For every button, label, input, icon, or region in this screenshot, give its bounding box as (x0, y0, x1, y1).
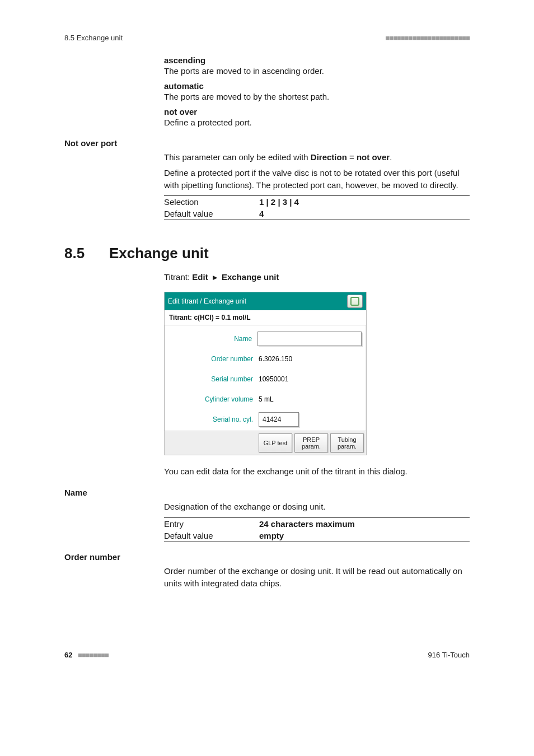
term-not-over: not over Define a protected port. (164, 107, 470, 128)
row-value: empty (259, 531, 284, 540)
running-header: 8.5 Exchange unit ■■■■■■■■■■■■■■■■■■■■■■ (64, 34, 470, 42)
header-section-ref: 8.5 Exchange unit (64, 34, 123, 42)
row-label: Default value (164, 531, 259, 540)
dialog-exchange-unit: Edit titrant / Exchange unit Titrant: c(… (164, 292, 367, 455)
section-number: 8.5 (64, 245, 109, 262)
page-number: 62 (64, 651, 72, 659)
table-row: Entry 24 characters maximum (164, 518, 470, 530)
chevron-right-icon: ▶ (213, 274, 217, 281)
prep-param-button[interactable]: PREP param. (294, 433, 328, 452)
field-value: 5 mL (259, 395, 274, 403)
dialog-title: Edit titrant / Exchange unit (168, 297, 246, 305)
term-label: ascending (164, 55, 470, 65)
home-icon (350, 297, 359, 306)
not-over-condition: This parameter can only be edited with D… (164, 151, 470, 164)
row-label: Default value (164, 209, 259, 218)
row-value: 4 (259, 209, 264, 218)
table-row: Default value 4 (164, 208, 470, 220)
glp-test-button[interactable]: GLP test (259, 433, 292, 452)
field-label: Serial no. cyl. (169, 416, 259, 423)
not-over-table: Selection 1 | 2 | 3 | 4 Default value 4 (164, 195, 470, 220)
param-not-over-port-heading: Not over port (64, 138, 470, 148)
term-desc: The ports are moved to by the shortest p… (164, 91, 470, 102)
field-label: Name (169, 335, 257, 343)
field-serial-no-cyl: Serial no. cyl. 41424 (169, 409, 362, 430)
section-title: Exchange unit (109, 245, 209, 262)
field-serial-number: Serial number 10950001 (169, 369, 362, 389)
dialog-body: Name Order number 6.3026.150 Serial numb… (165, 325, 366, 431)
row-label: Selection (164, 197, 259, 207)
breadcrumb: Titrant: Edit ▶ Exchange unit (164, 272, 470, 282)
field-label: Serial number (169, 375, 259, 383)
dialog-caption: You can edit data for the exchange unit … (164, 465, 470, 478)
field-label: Cylinder volume (169, 395, 259, 403)
serial-cyl-input[interactable]: 41424 (259, 412, 299, 427)
field-value: 6.3026.150 (259, 355, 292, 363)
header-dashes: ■■■■■■■■■■■■■■■■■■■■■■ (385, 34, 470, 42)
footer-dashes: ■■■■■■■■ (78, 651, 109, 659)
field-value: 10950001 (259, 375, 288, 383)
footer-left: 62 ■■■■■■■■ (64, 651, 109, 659)
page-footer: 62 ■■■■■■■■ 916 Ti‑Touch (64, 651, 470, 659)
term-label: automatic (164, 81, 470, 91)
order-number-description: Order number of the exchange or dosing u… (164, 565, 470, 590)
footer-product: 916 Ti‑Touch (428, 651, 470, 659)
field-cylinder-volume: Cylinder volume 5 mL (169, 389, 362, 409)
dialog-footer: GLP test PREP param. Tubing param. (165, 431, 366, 455)
tubing-param-button[interactable]: Tubing param. (330, 433, 364, 452)
name-table: Entry 24 characters maximum Default valu… (164, 517, 470, 542)
name-input[interactable] (257, 332, 362, 346)
term-ascending: ascending The ports are moved to in asce… (164, 55, 470, 77)
name-description: Designation of the exchange or dosing un… (164, 501, 470, 513)
home-button[interactable] (347, 295, 363, 308)
field-label: Order number (169, 355, 259, 363)
section-heading: 8.5 Exchange unit (64, 245, 470, 262)
table-row: Default value empty (164, 530, 470, 542)
term-label: not over (164, 107, 470, 116)
param-order-number-heading: Order number (64, 552, 470, 562)
term-desc: The ports are moved to in ascending orde… (164, 65, 470, 77)
row-label: Entry (164, 519, 259, 529)
term-automatic: automatic The ports are moved to by the … (164, 81, 470, 102)
row-value: 24 characters maximum (259, 519, 355, 529)
param-name-heading: Name (64, 488, 470, 497)
field-order-number: Order number 6.3026.150 (169, 349, 362, 369)
table-row: Selection 1 | 2 | 3 | 4 (164, 196, 470, 208)
row-value: 1 | 2 | 3 | 4 (259, 197, 299, 207)
not-over-description: Define a protected port if the valve dis… (164, 167, 470, 192)
field-name: Name (169, 329, 362, 349)
term-desc: Define a protected port. (164, 116, 470, 128)
dialog-subtitle: Titrant: c(HCl) = 0.1 mol/L (165, 310, 366, 325)
dialog-titlebar: Edit titrant / Exchange unit (165, 292, 366, 310)
